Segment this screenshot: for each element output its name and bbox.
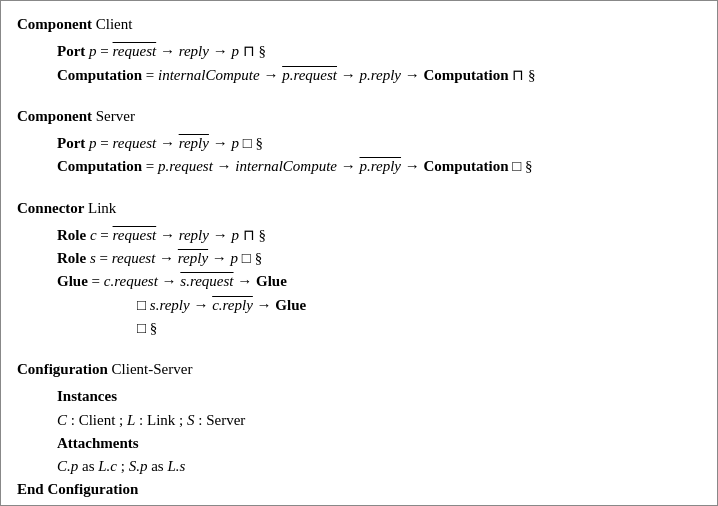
section-title-config: Configuration Client-Server xyxy=(17,358,701,381)
client-port-line: Port p = request → reply → p ⊓ § xyxy=(57,40,701,63)
glue-line2-rest: → Glue xyxy=(253,297,306,313)
glue-eq: = c.request → xyxy=(92,273,181,289)
server-port-rest: → p □ § xyxy=(209,135,263,151)
section-component-client: Component Client Port p = request → repl… xyxy=(17,13,701,87)
server-reply-overline: reply xyxy=(179,135,209,151)
server-comp-keyword: Computation xyxy=(57,158,142,174)
client-comp-keyword: Computation xyxy=(57,67,142,83)
attachments-label-line: Attachments xyxy=(57,432,701,455)
config-body: Instances C : Client ; L : Link ; S : Se… xyxy=(57,385,701,478)
connector-body: Role c = request → reply → p ⊓ § Role s … xyxy=(57,224,701,340)
role-s-eq: s = request → xyxy=(90,250,178,266)
client-computation-line: Computation = internalCompute → p.reques… xyxy=(57,64,701,87)
server-body: Port p = request → reply → p □ § Computa… xyxy=(57,132,701,179)
end-config-keyword: End Configuration xyxy=(17,481,138,497)
component-server-name: Server xyxy=(96,108,135,124)
server-port-eq: p = request → xyxy=(89,135,179,151)
glue-line1: Glue = c.request → s.request → Glue xyxy=(57,270,701,293)
client-port-keyword: Port xyxy=(57,43,85,59)
role-c-keyword: Role xyxy=(57,227,86,243)
instances-value-line: C : Client ; L : Link ; S : Server xyxy=(57,409,701,432)
section-component-server: Component Server Port p = request → repl… xyxy=(17,105,701,179)
server-comp-rest: → Computation □ § xyxy=(401,158,533,174)
section-configuration: Configuration Client-Server Instances C … xyxy=(17,358,701,502)
glue-keyword: Glue xyxy=(57,273,88,289)
server-preply-overline: p.reply xyxy=(360,158,402,174)
end-config-line: End Configuration xyxy=(17,478,701,501)
client-body: Port p = request → reply → p ⊓ § Computa… xyxy=(57,40,701,87)
glue-square2: □ § xyxy=(137,320,157,336)
attachments-keyword: Attachments xyxy=(57,435,139,451)
keyword-component-client: Component xyxy=(17,16,92,32)
glue-creply-overline: c.reply xyxy=(212,297,253,313)
server-comp-eq: = p.request → internalCompute → xyxy=(146,158,360,174)
keyword-configuration: Configuration xyxy=(17,361,108,377)
role-c-rest: → reply → p ⊓ § xyxy=(156,227,266,243)
role-s-rest: → p □ § xyxy=(208,250,262,266)
client-request-overline: request xyxy=(113,43,157,59)
server-port-line: Port p = request → reply → p □ § xyxy=(57,132,701,155)
role-c-eq: c = xyxy=(90,227,113,243)
client-prequest-overline: p.request xyxy=(282,67,337,83)
config-name: Client-Server xyxy=(112,361,193,377)
role-s-reply-overline: reply xyxy=(178,250,208,266)
section-connector-link: Connector Link Role c = request → reply … xyxy=(17,197,701,341)
glue-square1: □ s.reply → xyxy=(137,297,212,313)
server-computation-line: Computation = p.request → internalComput… xyxy=(57,155,701,178)
client-port-eq: p = xyxy=(89,43,112,59)
client-comp-rest: → p.reply → Computation ⊓ § xyxy=(337,67,536,83)
client-port-arrow1: → reply → p ⊓ § xyxy=(156,43,266,59)
glue-srequest-overline: s.request xyxy=(180,273,233,289)
glue-arrow-glue: → Glue xyxy=(234,273,287,289)
section-title-connector: Connector Link xyxy=(17,197,701,220)
server-port-keyword: Port xyxy=(57,135,85,151)
client-comp-eq: = internalCompute → xyxy=(146,67,282,83)
section-title-client: Component Client xyxy=(17,13,701,36)
section-title-server: Component Server xyxy=(17,105,701,128)
role-c-line: Role c = request → reply → p ⊓ § xyxy=(57,224,701,247)
keyword-connector: Connector xyxy=(17,200,84,216)
glue-line2: □ s.reply → c.reply → Glue xyxy=(137,294,701,317)
keyword-component-server: Component xyxy=(17,108,92,124)
instances-label-line: Instances xyxy=(57,385,701,408)
instances-value: C : Client ; L : Link ; S : Server xyxy=(57,412,245,428)
glue-continuation: □ s.reply → c.reply → Glue □ § xyxy=(137,294,701,341)
attachments-value: C.p as L.c ; S.p as L.s xyxy=(57,458,185,474)
page-container: Component Client Port p = request → repl… xyxy=(0,0,718,506)
role-s-line: Role s = request → reply → p □ § xyxy=(57,247,701,270)
component-client-name: Client xyxy=(96,16,133,32)
glue-line3: □ § xyxy=(137,317,701,340)
connector-name: Link xyxy=(88,200,116,216)
role-c-request-overline: request xyxy=(113,227,157,243)
instances-keyword: Instances xyxy=(57,388,117,404)
attachments-value-line: C.p as L.c ; S.p as L.s xyxy=(57,455,701,478)
role-s-keyword: Role xyxy=(57,250,86,266)
